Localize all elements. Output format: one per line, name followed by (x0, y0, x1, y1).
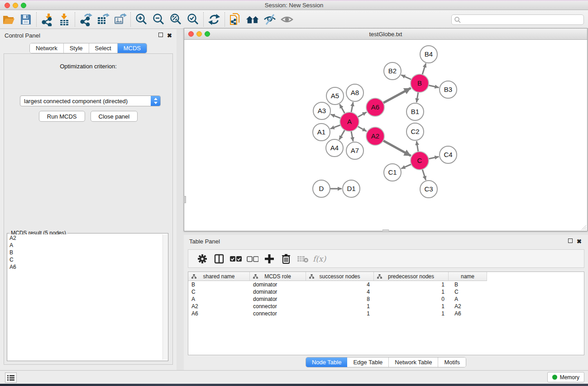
tab-node-table[interactable]: Node Table (306, 357, 348, 367)
column-header-predecessor-nodes[interactable]: predecessor nodes (374, 272, 449, 281)
result-item-b[interactable]: B (8, 249, 162, 256)
graph-node-A7[interactable]: A7 (346, 142, 363, 159)
cell-predecessor-nodes[interactable]: 1 (374, 288, 449, 295)
cell-predecessor-nodes[interactable]: 1 (374, 281, 449, 288)
deselect-all-columns-button[interactable] (244, 251, 261, 267)
node-table[interactable]: shared nameMCDS rolesuccessor nodesprede… (188, 272, 584, 355)
select-all-columns-button[interactable] (227, 251, 244, 267)
run-mcds-button[interactable]: Run MCDS (39, 111, 85, 122)
zoom-out-button[interactable] (150, 12, 167, 27)
export-network-button[interactable] (77, 12, 94, 27)
zoom-selected-button[interactable] (184, 12, 201, 27)
table-float-button[interactable] (568, 238, 573, 244)
result-item-a6[interactable]: A6 (8, 263, 162, 271)
graph-node-A3[interactable]: A3 (313, 102, 330, 119)
cell-predecessor-nodes[interactable]: 1 (374, 310, 449, 317)
zoom-fit-button[interactable] (167, 12, 184, 27)
cell-MCDS-role[interactable]: dominator (250, 288, 306, 295)
graph-node-B4[interactable]: B4 (420, 46, 437, 63)
cell-name[interactable]: A2 (449, 303, 487, 310)
save-session-button[interactable] (17, 12, 34, 27)
close-panel-button[interactable]: ✖ (167, 32, 172, 39)
graph-node-D[interactable]: D (313, 180, 330, 197)
column-header-MCDS-role[interactable]: MCDS role (250, 272, 306, 281)
graph-node-C3[interactable]: C3 (420, 181, 437, 198)
table-row[interactable]: Cdominator41C (188, 288, 584, 295)
network-window-title-bar[interactable]: testGlobe.txt (184, 29, 587, 40)
column-layout-button[interactable] (210, 251, 227, 267)
cell-successor-nodes[interactable]: 8 (306, 295, 374, 303)
graph-node-C[interactable]: C (411, 152, 429, 170)
graph-node-C4[interactable]: C4 (440, 146, 457, 163)
tab-mcds[interactable]: MCDS (118, 43, 147, 53)
close-panel-action-button[interactable]: Close panel (91, 111, 138, 122)
criterion-dropdown[interactable]: largest connected component (directed) (20, 95, 161, 106)
cell-MCDS-role[interactable]: connector (250, 310, 306, 317)
graph-node-D1[interactable]: D1 (343, 180, 360, 197)
column-header-shared-name[interactable]: shared name (188, 272, 250, 281)
close-window-button[interactable] (5, 3, 10, 8)
network-file-button[interactable] (227, 12, 244, 27)
cell-shared-name[interactable]: A (188, 295, 250, 303)
cell-shared-name[interactable]: C (188, 288, 250, 295)
toolbar-search[interactable] (451, 14, 584, 25)
tab-network[interactable]: Network (30, 43, 64, 53)
cell-MCDS-role[interactable]: connector (250, 303, 306, 310)
graph-node-B3[interactable]: B3 (440, 81, 457, 98)
graph-node-A8[interactable]: A8 (346, 84, 363, 101)
float-panel-button[interactable] (158, 32, 163, 38)
search-input[interactable] (461, 16, 583, 24)
cell-predecessor-nodes[interactable]: 0 (374, 295, 449, 303)
graph-node-A4[interactable]: A4 (326, 139, 343, 157)
cell-successor-nodes[interactable]: 1 (306, 303, 374, 310)
show-panels-button[interactable] (278, 12, 296, 27)
export-image-button[interactable] (111, 12, 129, 27)
column-header-name[interactable]: name (449, 272, 487, 281)
tab-style[interactable]: Style (64, 43, 89, 53)
resize-grip-icon[interactable] (580, 224, 587, 230)
graph-node-A6[interactable]: A6 (366, 98, 384, 116)
network-canvas[interactable]: B4B2BB3B1A5A8A6A3AA1A2C2A4A7C4CC1C3DD1 (184, 40, 587, 231)
network-graph[interactable]: B4B2BB3B1A5A8A6A3AA1A2C2A4A7C4CC1C3DD1 (184, 40, 587, 231)
cell-name[interactable]: C (449, 288, 487, 295)
result-item-a[interactable]: A (8, 242, 162, 249)
open-file-button[interactable] (0, 12, 17, 27)
tab-edge-table[interactable]: Edge Table (347, 357, 389, 367)
column-header-successor-nodes[interactable]: successor nodes (306, 272, 374, 281)
cell-shared-name[interactable]: A2 (188, 303, 250, 310)
tab-network-table[interactable]: Network Table (389, 357, 438, 367)
refresh-button[interactable] (206, 12, 223, 27)
import-table-button[interactable] (56, 12, 73, 27)
maximize-window-button[interactable] (21, 3, 26, 8)
cell-shared-name[interactable]: B (188, 281, 250, 288)
table-row[interactable]: A2connector11A2 (188, 303, 584, 310)
delete-column-button[interactable] (277, 251, 294, 267)
mcds-result-list[interactable]: A2ABCA6 (8, 234, 162, 360)
cell-name[interactable]: A6 (449, 310, 487, 317)
graph-node-C1[interactable]: C1 (384, 164, 401, 181)
table-row[interactable]: A6connector11A6 (188, 310, 584, 317)
cell-predecessor-nodes[interactable]: 1 (374, 303, 449, 310)
add-column-button[interactable] (261, 251, 277, 267)
splitter-handle[interactable] (382, 229, 389, 232)
table-row[interactable]: Bdominator41B (188, 281, 584, 288)
network-maximize-button[interactable] (205, 31, 210, 37)
graph-node-A2[interactable]: A2 (366, 127, 384, 145)
cell-name[interactable]: A (449, 295, 487, 303)
function-builder-button[interactable]: f(x) (311, 251, 328, 267)
cell-successor-nodes[interactable]: 1 (306, 310, 374, 317)
zoom-in-button[interactable] (133, 12, 150, 27)
export-table-button[interactable] (94, 12, 111, 27)
minimize-window-button[interactable] (13, 3, 18, 8)
network-minimize-button[interactable] (196, 31, 202, 37)
cell-shared-name[interactable]: A6 (188, 310, 250, 317)
graph-node-B2[interactable]: B2 (384, 62, 401, 80)
delete-table-button[interactable] (294, 251, 311, 267)
import-network-button[interactable] (38, 12, 56, 27)
graph-node-A1[interactable]: A1 (313, 124, 330, 141)
task-history-button[interactable] (5, 372, 17, 383)
result-item-a2[interactable]: A2 (8, 234, 162, 242)
cell-successor-nodes[interactable]: 4 (306, 281, 374, 288)
cell-MCDS-role[interactable]: dominator (250, 295, 306, 303)
table-close-button[interactable]: ✖ (577, 238, 582, 245)
